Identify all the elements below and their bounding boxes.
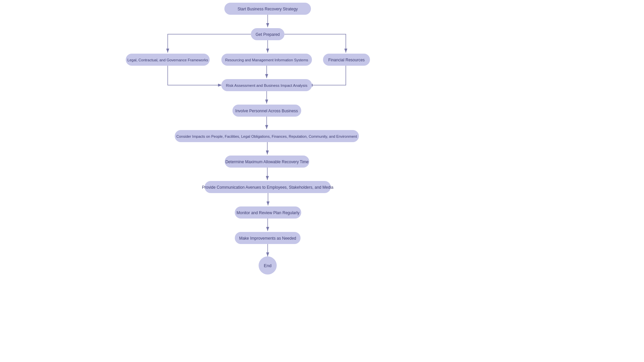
involve-label: Involve Personnel Across Business bbox=[235, 109, 298, 113]
end-label: End bbox=[264, 263, 271, 268]
legal-label: Legal, Contractual, and Governance Frame… bbox=[127, 58, 208, 62]
financial-label: Financial Resources bbox=[328, 58, 365, 62]
risk-label: Risk Assessment and Business Impact Anal… bbox=[226, 83, 308, 87]
monitor-label: Monitor and Review Plan Regularly bbox=[236, 210, 299, 215]
get-prepared-label: Get Prepared bbox=[256, 32, 280, 37]
improve-label: Make Improvements as Needed bbox=[239, 236, 296, 241]
flowchart: Start Business Recovery Strategy Get Pre… bbox=[0, 0, 644, 362]
start-label: Start Business Recovery Strategy bbox=[237, 7, 298, 11]
determine-label: Determine Maximum Allowable Recovery Tim… bbox=[225, 160, 309, 164]
consider-label: Consider Impacts on People, Facilities, … bbox=[176, 134, 357, 138]
resourcing-label: Resourcing and Management Information Sy… bbox=[225, 58, 308, 62]
provide-label: Provide Communication Avenues to Employe… bbox=[202, 185, 333, 190]
